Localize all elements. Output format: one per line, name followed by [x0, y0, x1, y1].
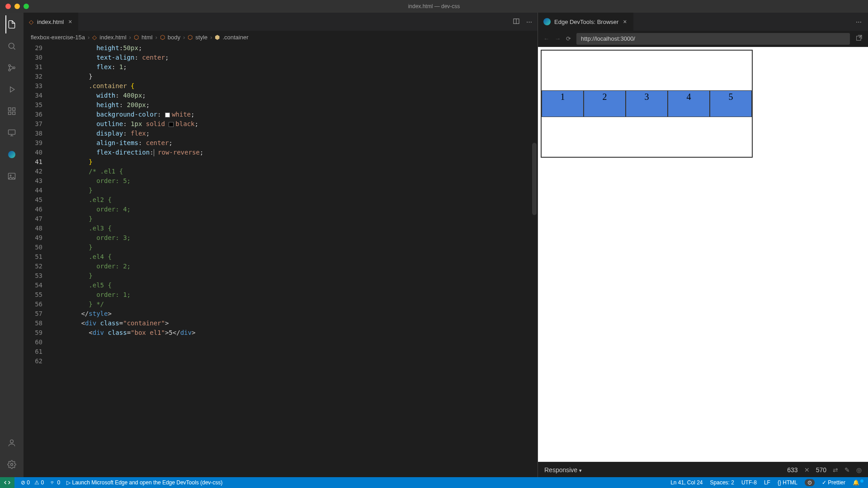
svg-rect-7: [13, 112, 15, 115]
svg-point-10: [10, 175, 11, 176]
launch-edge-status[interactable]: ▷ Launch Microsoft Edge and open the Edg…: [66, 479, 222, 486]
forward-button-icon[interactable]: →: [555, 35, 561, 42]
demo-box: 2: [584, 90, 626, 117]
antenna-icon: ᯤ: [50, 479, 56, 486]
svg-rect-4: [9, 108, 11, 111]
indentation-status[interactable]: Spaces: 2: [710, 479, 734, 486]
url-input[interactable]: http://localhost:3000/: [576, 33, 850, 45]
edge-tools-icon[interactable]: [5, 148, 18, 161]
status-bar: ⊘ 0 ⚠ 0 ᯤ 0 ▷ Launch Microsoft Edge and …: [0, 477, 868, 488]
prettier-status[interactable]: ✓ Prettier: [822, 479, 845, 486]
html-element-icon: ⬡: [188, 34, 193, 41]
image-icon[interactable]: [5, 170, 18, 183]
chevron-right-icon: ›: [129, 34, 131, 41]
traffic-lights: [0, 4, 29, 9]
dimension-separator: ✕: [804, 466, 810, 474]
back-button-icon[interactable]: ←: [543, 35, 549, 42]
breadcrumb[interactable]: flexbox-exercise-15a › ◇ index.html › ⬡ …: [24, 31, 538, 43]
url-text: http://localhost:3000/: [581, 35, 635, 42]
more-actions-icon[interactable]: ⋯: [526, 19, 532, 25]
editor-tab-bar: ◇ index.html × ⋯: [24, 13, 538, 31]
close-tab-icon[interactable]: ×: [67, 18, 73, 25]
window-close-button[interactable]: [5, 4, 11, 9]
chevron-down-icon: ▾: [579, 468, 582, 473]
editor-tab-index-html[interactable]: ◇ index.html ×: [24, 13, 79, 31]
close-tab-icon[interactable]: ×: [622, 18, 627, 25]
breadcrumb-item[interactable]: flexbox-exercise-15a: [31, 34, 85, 41]
svg-rect-5: [13, 108, 15, 111]
demo-box: 1: [542, 90, 584, 117]
remote-indicator[interactable]: [0, 477, 14, 488]
browser-viewport: 1 2 3 4 5: [538, 47, 868, 462]
svg-point-2: [9, 69, 10, 71]
open-external-icon[interactable]: [855, 34, 863, 43]
preview-tab-devtools[interactable]: Edge DevTools: Browser ×: [538, 13, 633, 31]
explorer-icon[interactable]: [5, 18, 18, 31]
svg-rect-6: [9, 112, 11, 115]
reload-button-icon[interactable]: ⟳: [566, 35, 571, 42]
more-actions-icon[interactable]: ⋯: [856, 19, 868, 25]
device-mode-dropdown[interactable]: Responsive ▾: [544, 466, 582, 474]
svg-point-11: [10, 440, 14, 443]
activity-bar: [0, 13, 24, 477]
account-icon[interactable]: [5, 436, 18, 449]
code-editor[interactable]: 2930313233343536373839404142434445464748…: [24, 43, 538, 477]
check-icon: ✓: [822, 479, 826, 486]
minimap-scrollbar[interactable]: [530, 43, 538, 477]
edge-browser-icon: [543, 18, 551, 25]
debug-icon[interactable]: [5, 83, 18, 96]
html-element-icon: ⬡: [134, 34, 139, 41]
window-zoom-button[interactable]: [24, 4, 29, 9]
chevron-right-icon: ›: [183, 34, 185, 41]
svg-point-1: [9, 65, 10, 66]
language-mode[interactable]: {} HTML: [778, 479, 797, 486]
breadcrumb-item[interactable]: style: [195, 34, 208, 41]
tab-filename: index.html: [37, 19, 64, 25]
notifications-icon[interactable]: 🔔: [853, 479, 863, 486]
breadcrumb-item[interactable]: index.html: [99, 34, 126, 41]
error-icon: ⊘: [21, 479, 25, 486]
editor-group: ◇ index.html × ⋯ flexbox-exercise-15a › …: [24, 13, 538, 477]
svg-point-12: [11, 464, 13, 466]
encoding-status[interactable]: UTF-8: [741, 479, 757, 486]
chevron-right-icon: ›: [210, 34, 212, 41]
inspect-icon[interactable]: ◎: [856, 466, 862, 474]
window-minimize-button[interactable]: [14, 4, 20, 9]
breadcrumb-item[interactable]: body: [168, 34, 180, 41]
extensions-icon[interactable]: [5, 105, 18, 117]
breadcrumb-item[interactable]: html: [142, 34, 153, 41]
browser-toolbar: ← → ⟳ http://localhost:3000/: [538, 31, 868, 47]
warning-icon: ⚠: [34, 479, 39, 486]
demo-box: 3: [626, 90, 668, 117]
breadcrumb-item[interactable]: .container: [222, 34, 248, 41]
html-file-icon: ◇: [29, 19, 33, 25]
window-titlebar: index.html — dev-css: [0, 0, 868, 13]
svg-rect-8: [9, 130, 15, 134]
problems-badge[interactable]: ⊘ 0 ⚠ 0: [21, 479, 44, 486]
viewport-width-input[interactable]: 633: [787, 466, 797, 474]
code-braces-icon: {}: [778, 479, 781, 486]
window-title: index.html — dev-css: [408, 3, 460, 9]
device-toolbar: Responsive ▾ 633 ✕ 570 ⇄ ✎ ◎: [538, 462, 868, 477]
screenshot-wand-icon[interactable]: ✎: [844, 466, 850, 474]
svg-point-0: [9, 43, 14, 48]
html-element-icon: ⬡: [160, 34, 165, 41]
html-file-icon: ◇: [92, 34, 97, 41]
eol-status[interactable]: LF: [764, 479, 770, 486]
cursor-position[interactable]: Ln 41, Col 24: [670, 479, 703, 486]
preview-tab-bar: Edge DevTools: Browser × ⋯: [538, 13, 868, 31]
copilot-icon[interactable]: ⊙: [805, 479, 815, 486]
demo-box: 4: [668, 90, 710, 117]
settings-gear-icon[interactable]: [5, 458, 18, 471]
source-control-icon[interactable]: [5, 61, 18, 74]
search-icon[interactable]: [5, 40, 18, 52]
rotate-icon[interactable]: ⇄: [833, 466, 838, 474]
ports-status[interactable]: ᯤ 0: [50, 479, 60, 486]
preview-panel: Edge DevTools: Browser × ⋯ ← → ⟳ http://…: [538, 13, 868, 477]
split-editor-icon[interactable]: [513, 18, 520, 26]
chevron-right-icon: ›: [88, 34, 90, 41]
viewport-height-input[interactable]: 570: [816, 466, 826, 474]
preview-tab-title: Edge DevTools: Browser: [554, 19, 618, 25]
debug-launch-icon: ▷: [66, 479, 71, 486]
remote-explorer-icon[interactable]: [5, 127, 18, 139]
